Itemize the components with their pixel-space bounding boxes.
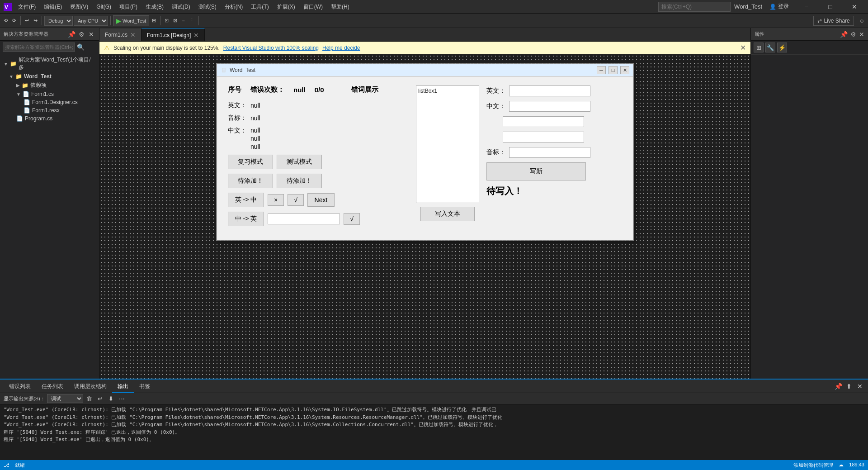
source-control-link[interactable]: 添加到源代码管理 bbox=[793, 462, 833, 469]
winform-minimize-btn[interactable]: ─ bbox=[597, 66, 606, 74]
signin-button[interactable]: 👤 登录 bbox=[766, 3, 793, 10]
tab-form1cs-design-close[interactable]: ✕ bbox=[193, 32, 199, 39]
sidebar-search-icon[interactable]: 🔍 bbox=[77, 43, 85, 51]
close-button[interactable]: ✕ bbox=[844, 0, 864, 14]
menu-edit[interactable]: 编辑(E) bbox=[40, 0, 66, 14]
designer-area[interactable]: 🖥 Word_Test ─ □ ✕ 序 bbox=[99, 54, 750, 379]
menu-analyze[interactable]: 分析(N) bbox=[221, 0, 247, 14]
bottom-pin-icon[interactable]: 📌 bbox=[834, 383, 843, 390]
menu-build[interactable]: 生成(B) bbox=[142, 0, 167, 14]
prop-tool-2[interactable]: 🔧 bbox=[765, 43, 775, 52]
tree-form1resx[interactable]: 📄 Form1.resx bbox=[0, 106, 99, 114]
menu-window[interactable]: 窗口(W) bbox=[300, 0, 326, 14]
winform-maximize-btn[interactable]: □ bbox=[609, 66, 618, 74]
menu-extensions[interactable]: 扩展(X) bbox=[274, 0, 299, 14]
tab-output[interactable]: 输出 bbox=[112, 380, 134, 393]
toolbar-redo[interactable]: ↪ bbox=[32, 15, 39, 27]
toolbar-nav-forward[interactable]: ⟳ bbox=[10, 15, 18, 27]
bottom-close-icon[interactable]: ✕ bbox=[855, 383, 864, 390]
solution-explorer-title: 解决方案资源管理器 bbox=[4, 31, 48, 38]
right-english-input[interactable] bbox=[509, 85, 590, 96]
debug-config-select[interactable]: Debug bbox=[44, 16, 73, 26]
toolbar-extra3[interactable]: ≡ bbox=[180, 15, 186, 27]
right-extra-input-1[interactable] bbox=[503, 116, 584, 127]
menu-git[interactable]: Git(G) bbox=[93, 0, 115, 14]
tree-programcs[interactable]: 📄 Program.cs bbox=[0, 114, 99, 123]
toolbar-extra4[interactable]: ⋮ bbox=[188, 15, 196, 27]
answer-input[interactable] bbox=[268, 214, 340, 224]
menu-project[interactable]: 项目(P) bbox=[116, 0, 141, 14]
pending-write-label: 待写入！ bbox=[486, 185, 523, 197]
tree-form1cs[interactable]: ▼ 📄 Form1.cs bbox=[0, 90, 99, 98]
prop-settings-icon[interactable]: ⚙ bbox=[850, 31, 856, 38]
prop-tool-1[interactable]: ⊞ bbox=[754, 43, 764, 52]
menu-file[interactable]: 文件(F) bbox=[14, 0, 39, 14]
maximize-button[interactable]: □ bbox=[820, 0, 840, 14]
menu-debug[interactable]: 调试(D) bbox=[168, 0, 194, 14]
btn-write-new[interactable]: 写新 bbox=[486, 162, 586, 180]
output-more-btn[interactable]: ⋯ bbox=[118, 394, 127, 403]
menu-view[interactable]: 视图(V) bbox=[66, 0, 92, 14]
sidebar-search-input[interactable] bbox=[3, 43, 75, 52]
menu-tools[interactable]: 工具(T) bbox=[247, 0, 272, 14]
prop-close-icon[interactable]: ✕ bbox=[859, 31, 864, 38]
btn-write-text[interactable]: 写入文本 bbox=[420, 207, 475, 221]
btn-test-mode[interactable]: 测试模式 bbox=[277, 155, 322, 169]
winform-close-btn[interactable]: ✕ bbox=[620, 66, 629, 74]
output-wrap-btn[interactable]: ↵ bbox=[96, 394, 105, 403]
right-extra-input-2[interactable] bbox=[503, 132, 584, 142]
notification-restart-link[interactable]: Restart Visual Studio with 100% scaling bbox=[223, 45, 319, 51]
btn-review-mode[interactable]: 复习模式 bbox=[228, 155, 273, 169]
btn-chn-to-eng[interactable]: 中 -> 英 bbox=[228, 212, 264, 226]
minimize-button[interactable]: − bbox=[796, 0, 816, 14]
live-share-button[interactable]: ⇄ Live Share bbox=[813, 16, 854, 26]
btn-x[interactable]: × bbox=[268, 194, 284, 206]
btn-eng-to-chn[interactable]: 英 -> 中 bbox=[228, 193, 264, 207]
right-chinese-input[interactable] bbox=[509, 101, 590, 112]
toolbar-attach[interactable]: ⊞ bbox=[150, 15, 158, 27]
btn-next[interactable]: Next bbox=[307, 193, 335, 207]
sidebar-close-icon[interactable]: ✕ bbox=[87, 31, 95, 38]
toolbar-extra1[interactable]: ⊡ bbox=[163, 15, 170, 27]
editor-area: ⚠ Scaling on your main display is set to… bbox=[99, 42, 750, 379]
output-scroll-btn[interactable]: ⬇ bbox=[107, 394, 116, 403]
output-source-select[interactable]: 调试 bbox=[47, 394, 83, 403]
toolbar-undo[interactable]: ↩ bbox=[23, 15, 31, 27]
bottom-area: 错误列表 任务列表 调用层次结构 输出 书签 📌 ⬆ ✕ 显示输出来源(S)： … bbox=[0, 379, 868, 460]
solution-explorer-header: 解决方案资源管理器 📌 ⚙ ✕ bbox=[0, 28, 99, 41]
prop-tool-3[interactable]: ⚡ bbox=[777, 43, 787, 52]
tree-solution[interactable]: ▼ 📁 解决方案'Word_Test'(1个项目/多 bbox=[0, 55, 99, 72]
prop-pin-icon[interactable]: 📌 bbox=[840, 31, 848, 38]
output-source-label: 显示输出来源(S)： bbox=[4, 395, 45, 402]
tree-project[interactable]: ▼ 📁 Word_Test bbox=[0, 72, 99, 81]
menu-help[interactable]: 帮助(H) bbox=[327, 0, 353, 14]
cpu-config-select[interactable]: Any CPU bbox=[74, 16, 108, 26]
notification-link2[interactable]: Help me decide bbox=[322, 45, 360, 51]
sidebar-pin-icon[interactable]: 📌 bbox=[67, 31, 75, 38]
tree-form1designer[interactable]: 📄 Form1.Designer.cs bbox=[0, 98, 99, 106]
tab-bookmarks[interactable]: 书签 bbox=[134, 380, 156, 393]
btn-check-1[interactable]: √ bbox=[288, 194, 304, 206]
tab-call-hierarchy[interactable]: 调用层次结构 bbox=[69, 380, 112, 393]
listbox1[interactable]: listBox1 bbox=[416, 85, 479, 203]
toolbar-extra2[interactable]: ⊠ bbox=[171, 15, 179, 27]
btn-pending-2[interactable]: 待添加！ bbox=[277, 174, 322, 188]
run-button[interactable]: ▶ Word_Test bbox=[113, 15, 149, 26]
notification-close-button[interactable]: ✕ bbox=[740, 43, 746, 52]
toolbar-nav-back[interactable]: ⟲ bbox=[2, 15, 9, 27]
sidebar-settings-icon[interactable]: ⚙ bbox=[77, 31, 85, 38]
menu-test[interactable]: 测试(S) bbox=[195, 0, 220, 14]
toolbar-feedback[interactable]: ☺ bbox=[858, 15, 866, 27]
tab-task-list[interactable]: 任务列表 bbox=[36, 380, 69, 393]
right-phonetic-input[interactable] bbox=[509, 147, 590, 158]
tab-error-list[interactable]: 错误列表 bbox=[4, 380, 36, 393]
tab-form1cs-close[interactable]: ✕ bbox=[130, 31, 136, 38]
output-clear-btn[interactable]: 🗑 bbox=[85, 394, 94, 403]
btn-check-2[interactable]: √ bbox=[344, 213, 360, 225]
global-search-input[interactable] bbox=[658, 2, 731, 12]
bottom-expand-icon[interactable]: ⬆ bbox=[844, 383, 854, 390]
tab-form1cs-design[interactable]: Form1.cs [Design] ✕ bbox=[142, 28, 205, 41]
tab-form1cs[interactable]: Form1.cs ✕ bbox=[99, 28, 142, 41]
tree-dependencies[interactable]: ▶ 📁 依赖项 bbox=[0, 81, 99, 90]
btn-pending-1[interactable]: 待添加！ bbox=[228, 174, 273, 188]
